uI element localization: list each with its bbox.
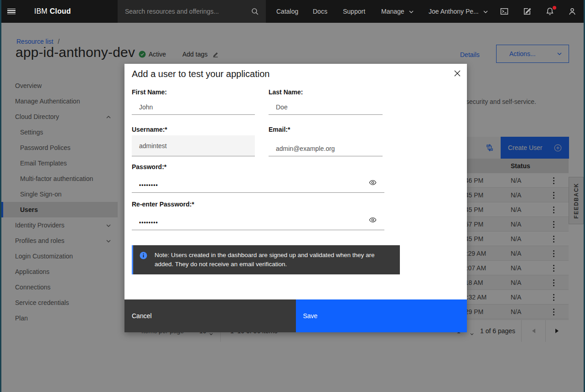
logo-cloud: Cloud [50,7,71,15]
save-button[interactable]: Save [296,299,467,332]
info-notification-text: Note: Users created in the dashboard are… [155,251,393,269]
info-notification: Note: Users created in the dashboard are… [132,245,400,274]
email-field[interactable] [269,141,383,156]
edit-icon[interactable] [516,0,538,23]
top-header: IBM Cloud Catalog Docs Support Manage Jo… [0,0,585,23]
add-user-modal: Add a user to test your application Firs… [124,64,467,332]
notifications-bell-icon[interactable] [539,0,561,23]
search-input[interactable] [118,8,244,15]
reenter-password-label: Re-enter Password:* [132,201,194,208]
ibm-cloud-logo[interactable]: IBM Cloud [34,0,71,23]
last-name-label: Last Name: [269,88,303,96]
nav-support[interactable]: Support [343,0,365,23]
cancel-button[interactable]: Cancel [124,299,296,332]
first-name-label: First Name: [132,88,167,96]
search-icon[interactable] [244,0,266,23]
ibm-cloud-console: IBM Cloud Catalog Docs Support Manage Jo… [0,0,585,392]
close-icon[interactable] [449,65,466,82]
chevron-down-icon [483,8,488,15]
first-name-field[interactable] [132,99,255,115]
nav-catalog[interactable]: Catalog [276,0,298,23]
hamburger-menu-icon[interactable] [0,0,23,23]
console-icon[interactable] [493,0,515,23]
username-field[interactable] [132,135,255,156]
reenter-password-field[interactable] [132,215,384,230]
modal-footer: Cancel Save [124,299,467,332]
nav-account-user[interactable]: Joe Anthony Pe... [429,0,488,23]
global-search [118,0,266,23]
password-label: Password:* [132,163,166,170]
notification-badge-dot [553,6,556,10]
view-password-icon[interactable] [368,215,377,224]
modal-title: Add a user to test your application [132,69,269,79]
profile-avatar-icon[interactable] [561,0,583,23]
logo-ibm: IBM [34,7,47,15]
last-name-field[interactable] [269,99,383,115]
nav-docs[interactable]: Docs [313,0,327,23]
view-password-icon[interactable] [368,178,377,187]
email-label: Email:* [269,126,290,133]
left-window-edge [0,0,1,392]
chevron-down-icon [409,8,414,15]
username-label: Username:* [132,126,167,133]
nav-manage[interactable]: Manage [381,0,414,23]
info-icon [140,252,147,259]
password-field[interactable] [132,177,384,193]
